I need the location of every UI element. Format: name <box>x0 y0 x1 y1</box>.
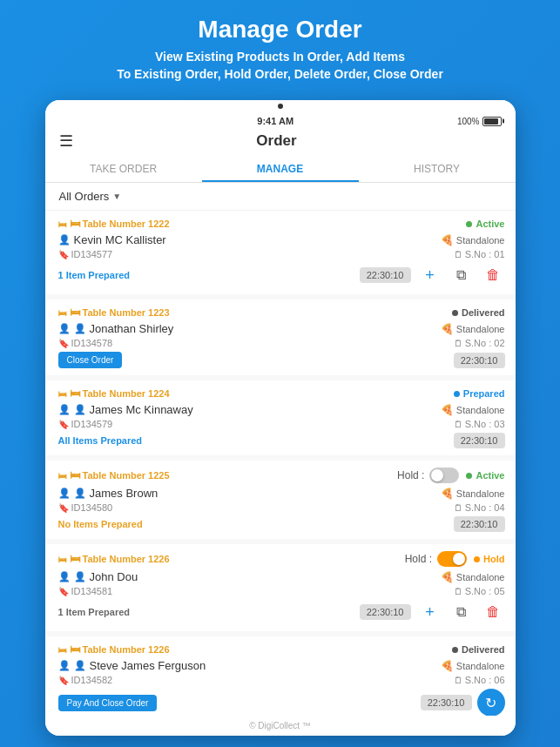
refresh-btn-6[interactable]: ↻ <box>477 689 505 716</box>
copy-btn-1[interactable]: ⧉ <box>449 263 474 287</box>
table-num-2: 🛏 Table Number 1223 <box>58 306 170 319</box>
order-id-6: 🔖 ID134582 <box>58 675 454 685</box>
promo-title: Manage Order <box>17 16 543 44</box>
action-icons-1: 22:30:10 + ⧉ 🗑 <box>360 263 505 287</box>
status-time: 9:41 AM <box>94 116 457 126</box>
app-title: Order <box>73 132 481 150</box>
table-num-5: 🛏 Table Number 1226 <box>58 553 170 565</box>
promo-header: Manage Order View Existing Products In O… <box>0 0 560 91</box>
add-btn-1[interactable]: + <box>418 263 442 287</box>
hold-label-4: Hold : <box>397 469 424 481</box>
order-serial-3: 🗒 S.No : 03 <box>454 419 505 429</box>
customer-name-5: 👤 John Dou <box>58 570 441 583</box>
hold-toggle-5[interactable] <box>437 551 467 567</box>
order-card-3: 🛏 Table Number 1224 Prepared 👤 James Mc … <box>45 380 516 455</box>
prepared-text-4: No Items Prepared <box>58 519 143 529</box>
order-serial-6: 🗒 S.No : 06 <box>454 675 505 685</box>
battery-percent: 100% <box>457 117 480 126</box>
order-serial-4: 🗒 S.No : 04 <box>454 502 505 513</box>
order-card-4: 🛏 Table Number 1225 Hold : Active <box>45 461 516 539</box>
order-card-5: 🛏 Table Number 1226 Hold : Hold <box>45 544 516 631</box>
app-header: ☰ Order <box>45 128 516 156</box>
hold-toggle-row-4: Hold : <box>397 468 459 483</box>
customer-name-6: 👤 Steve James Ferguson <box>58 659 441 672</box>
close-order-btn-2[interactable]: Close Order <box>58 352 123 368</box>
order-type-2: 🍕 Standalone <box>441 323 505 335</box>
order-status-4: Active <box>466 470 504 481</box>
order-id-4: 🔖 ID134580 <box>58 502 454 513</box>
battery-icon <box>482 117 502 126</box>
filter-arrow-icon: ▼ <box>112 192 121 201</box>
status-bar: 9:41 AM 100% <box>45 111 516 128</box>
table-num-1: 🛏 Table Number 1222 <box>58 218 170 230</box>
device: 9:41 AM 100% ☰ Order TAKE ORDER MANAGE <box>45 100 516 736</box>
time-badge-3: 22:30:10 <box>454 433 505 448</box>
order-type-1: 🍕 Standalone <box>441 234 505 246</box>
tab-bar: TAKE ORDER MANAGE HISTORY <box>45 156 516 183</box>
order-status-6: Delivered <box>452 644 505 655</box>
order-id-5: 🔖 ID134581 <box>58 586 454 596</box>
tab-manage[interactable]: MANAGE <box>202 156 359 182</box>
prepared-text-5: 1 Item Prepared <box>58 607 131 617</box>
hold-label-5: Hold : <box>405 553 432 565</box>
action-icons-5: 22:30:10 + ⧉ 🗑 <box>360 600 505 624</box>
orders-list: 🛏 Table Number 1222 Active Kevin MC Kall… <box>45 211 516 716</box>
pay-close-btn-6[interactable]: Pay And Close Order <box>58 695 158 711</box>
order-type-5: 🍕 Standalone <box>441 571 505 583</box>
prepared-text-3: All Items Prepared <box>58 435 143 446</box>
hold-toggle-4[interactable] <box>429 468 459 483</box>
table-num-3: 🛏 Table Number 1224 <box>58 387 170 400</box>
order-status-5: Hold <box>474 554 504 564</box>
device-frame: 9:41 AM 100% ☰ Order TAKE ORDER MANAGE <box>0 91 560 736</box>
customer-name-4: 👤 James Brown <box>58 487 441 500</box>
order-status-3: Prepared <box>454 388 505 399</box>
time-badge-6: 22:30:10 <box>421 695 472 710</box>
delete-btn-1[interactable]: 🗑 <box>481 263 505 287</box>
filter-label: All Orders <box>59 190 110 203</box>
app-footer: © DigiCollect ™ <box>45 716 516 736</box>
order-status-2: Delivered <box>452 307 505 318</box>
order-serial-1: 🗒 S.No : 01 <box>454 249 505 259</box>
order-card-6: 🛏 Table Number 1226 Delivered 👤 Steve Ja… <box>45 636 516 716</box>
status-right: 100% <box>457 117 502 126</box>
menu-icon[interactable]: ☰ <box>59 131 73 151</box>
order-id-2: 🔖 ID134578 <box>58 338 454 348</box>
customer-name-3: 👤 James Mc Kinnaway <box>58 403 441 416</box>
table-num-4: 🛏 Table Number 1225 <box>58 469 170 481</box>
time-badge-2: 22:30:10 <box>454 353 505 368</box>
order-id-3: 🔖 ID134579 <box>58 419 454 429</box>
delete-btn-5[interactable]: 🗑 <box>481 600 505 624</box>
add-btn-5[interactable]: + <box>418 600 442 624</box>
order-serial-2: 🗒 S.No : 02 <box>454 338 505 348</box>
notch <box>278 104 283 109</box>
hold-toggle-row-5: Hold : <box>405 551 467 567</box>
order-type-4: 🍕 Standalone <box>441 488 505 500</box>
order-serial-5: 🗒 S.No : 05 <box>454 586 505 596</box>
time-badge-4: 22:30:10 <box>454 516 505 532</box>
filter-select[interactable]: All Orders ▼ <box>59 190 122 203</box>
order-id-1: 🔖 ID134577 <box>58 249 454 259</box>
time-badge-1: 22:30:10 <box>360 267 411 283</box>
order-card-1: 🛏 Table Number 1222 Active Kevin MC Kall… <box>45 211 516 294</box>
customer-name-1: Kevin MC Kallister <box>58 233 441 246</box>
prepared-text-1: 1 Item Prepared <box>58 270 131 280</box>
tab-take-order[interactable]: TAKE ORDER <box>45 156 202 182</box>
customer-name-2: 👤 Jonathan Shirley <box>58 322 441 335</box>
tab-history[interactable]: HISTORY <box>359 156 516 182</box>
order-type-6: 🍕 Standalone <box>441 660 505 672</box>
time-badge-5: 22:30:10 <box>360 604 411 620</box>
order-card-2: 🛏 Table Number 1223 Delivered 👤 Jonathan… <box>45 299 516 375</box>
filter-row: All Orders ▼ <box>45 183 516 211</box>
order-status-1: Active <box>466 219 504 229</box>
copy-btn-5[interactable]: ⧉ <box>449 600 474 624</box>
table-num-6: 🛏 Table Number 1226 <box>58 643 170 656</box>
order-type-3: 🍕 Standalone <box>441 404 505 416</box>
promo-subtitle: View Existing Products In Order, Add Ite… <box>17 49 543 83</box>
